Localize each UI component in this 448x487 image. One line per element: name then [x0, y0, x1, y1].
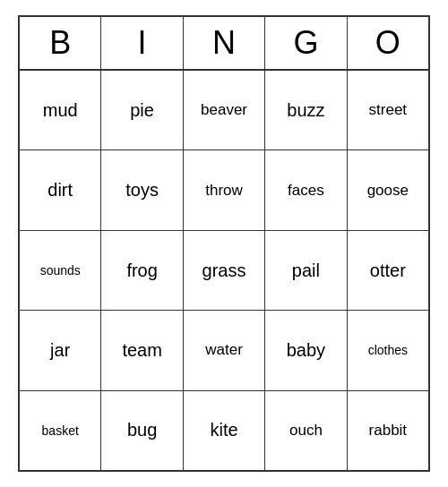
bingo-cell-4-3: ouch — [265, 391, 347, 470]
bingo-row-2: soundsfroggrasspailotter — [20, 231, 428, 311]
header-cell-n: N — [184, 17, 265, 69]
bingo-cell-4-2: kite — [184, 391, 265, 470]
bingo-cell-2-4: otter — [348, 231, 428, 310]
bingo-card: BINGO mudpiebeaverbuzzstreetdirttoysthro… — [18, 15, 430, 472]
bingo-row-1: dirttoysthrowfacesgoose — [20, 150, 428, 230]
header-cell-b: B — [20, 17, 101, 69]
bingo-cell-2-2: grass — [184, 231, 265, 310]
bingo-cell-3-0: jar — [20, 311, 101, 389]
bingo-cell-3-3: baby — [265, 311, 347, 389]
bingo-cell-2-3: pail — [265, 231, 347, 310]
bingo-cell-0-3: buzz — [265, 71, 347, 150]
bingo-cell-0-2: beaver — [184, 71, 265, 150]
header-cell-i: I — [101, 17, 183, 69]
bingo-cell-1-4: goose — [348, 150, 428, 229]
bingo-cell-2-1: frog — [101, 231, 183, 310]
bingo-cell-1-3: faces — [265, 150, 347, 229]
bingo-header: BINGO — [20, 17, 428, 71]
header-cell-o: O — [348, 17, 428, 69]
bingo-cell-2-0: sounds — [20, 231, 101, 310]
bingo-cell-0-0: mud — [20, 71, 101, 150]
bingo-cell-0-4: street — [348, 71, 428, 150]
header-cell-g: G — [265, 17, 347, 69]
bingo-cell-4-4: rabbit — [348, 391, 428, 470]
bingo-row-4: basketbugkiteouchrabbit — [20, 391, 428, 470]
bingo-cell-1-2: throw — [184, 150, 265, 229]
bingo-row-0: mudpiebeaverbuzzstreet — [20, 71, 428, 150]
bingo-cell-3-2: water — [184, 311, 265, 389]
bingo-cell-1-1: toys — [101, 150, 183, 229]
bingo-cell-4-0: basket — [20, 391, 101, 470]
bingo-cell-1-0: dirt — [20, 150, 101, 229]
bingo-cell-4-1: bug — [101, 391, 183, 470]
bingo-cell-3-1: team — [101, 311, 183, 389]
bingo-row-3: jarteamwaterbabyclothes — [20, 311, 428, 390]
bingo-body: mudpiebeaverbuzzstreetdirttoysthrowfaces… — [20, 71, 428, 470]
bingo-cell-0-1: pie — [101, 71, 183, 150]
bingo-cell-3-4: clothes — [348, 311, 428, 389]
